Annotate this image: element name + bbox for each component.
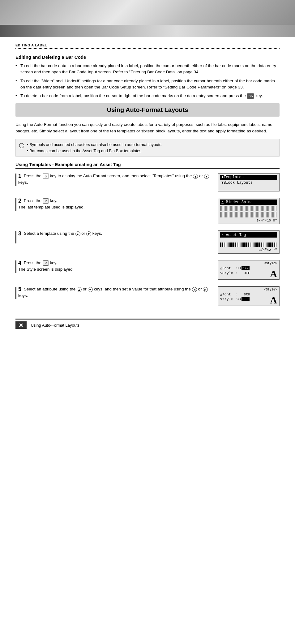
- section-label: EDITING A LABEL: [15, 43, 280, 47]
- bullet-3: To delete a bar code from a label, posit…: [15, 93, 280, 99]
- lcd-asset-title: △ Asset Tag: [220, 232, 277, 238]
- lcd-style1-row1: △Font :++HEL: [220, 266, 277, 270]
- down-arrow-5: ▼: [88, 287, 93, 292]
- lcd-binder: △ Binder Spine 3/4"×10.0": [218, 198, 280, 224]
- step-4-number: 4: [18, 260, 21, 266]
- lcd-style-2: <Style> △Font : BRU ▽Style :++BLD A: [218, 286, 280, 306]
- lcd-style2-header: <Style>: [220, 288, 277, 291]
- step-2-number: 2: [18, 198, 21, 204]
- step-2: 2 Press the ↵ key. The last template use…: [15, 198, 280, 224]
- step-4: 4 Press the ↵ key. The Style screen is d…: [15, 260, 280, 280]
- down-arrow-3: ▼: [86, 231, 91, 236]
- lcd-style2-row2: ▽Style :++BLD: [220, 297, 277, 301]
- lcd-asset: △ Asset Tag ···················· 3/4"×2.…: [218, 230, 280, 254]
- lcd-asset-dots: ····················: [220, 238, 277, 242]
- step-3-number: 3: [18, 230, 21, 237]
- step-3-text: Select a template using the ▲ or ▼ keys.: [24, 231, 102, 236]
- step-5-left: 5 Select an attribute using the ▲ or ▼ k…: [15, 286, 212, 299]
- step-1: 1 Press the ☼ key to display the Auto-Fo…: [15, 173, 280, 191]
- enter-key-4: ↵: [43, 260, 49, 266]
- step-5-content: 5 Select an attribute using the ▲ or ▼ k…: [18, 286, 212, 299]
- lcd-templates: ▲Templates ▼Block Layouts: [218, 173, 280, 191]
- step-5: 5 Select an attribute using the ▲ or ▼ k…: [15, 286, 280, 306]
- info-bullet-2: • Bar codes can be used in the Asset Tag…: [27, 148, 276, 154]
- step-2-text: Press the ↵ key. The last template used …: [18, 198, 85, 209]
- step-5-bar: [15, 287, 16, 299]
- step-1-text: Press the ☼ key to display the Auto-Form…: [18, 174, 209, 185]
- step-3: 3 Select a template using the ▲ or ▼ key…: [15, 230, 280, 254]
- step-3-bar: [15, 231, 16, 243]
- lcd-style-1: <Style> △Font :++HEL ▽Style : OFF A: [218, 260, 280, 280]
- lcd-style2-big-a: A: [270, 295, 277, 305]
- lcd-binder-pattern2: [220, 212, 277, 217]
- lcd-binder-title: △ Binder Spine: [220, 200, 277, 205]
- autoformat-key-icon: ☼: [43, 174, 49, 178]
- info-box: ◯ • Symbols and accented characters can …: [15, 139, 280, 157]
- lcd-style1-header: <Style>: [220, 262, 277, 265]
- step-4-bar: [15, 260, 16, 273]
- step-1-left: 1 Press the ☼ key to display the Auto-Fo…: [15, 173, 212, 186]
- page-content: EDITING A LABEL Editing and Deleting a B…: [0, 37, 295, 341]
- auto-format-heading: Using Auto-Format Layouts: [15, 103, 280, 117]
- step-4-text: Press the ↵ key. The Style screen is dis…: [18, 260, 74, 272]
- step-1-bar: [15, 174, 16, 186]
- header-banner: [0, 0, 295, 37]
- steps-container: 1 Press the ☼ key to display the Auto-Fo…: [15, 173, 280, 306]
- down-arrow-1: ▼: [204, 174, 209, 179]
- step-3-screen: △ Asset Tag ···················· 3/4"×2.…: [218, 230, 280, 254]
- step-2-bar: [15, 198, 16, 211]
- up-arrow-5: ▲: [77, 287, 82, 292]
- editing-bullets: To edit the bar code data in a bar code …: [15, 63, 280, 99]
- bs-key: BS: [247, 93, 254, 99]
- section-rule: [15, 48, 280, 49]
- step-1-content: 1 Press the ☼ key to display the Auto-Fo…: [18, 173, 212, 186]
- right-arrow-5: ►: [203, 287, 208, 292]
- step-2-content: 2 Press the ↵ key. The last template use…: [18, 198, 85, 210]
- lcd-style1-font-val: HEL: [242, 266, 250, 270]
- lcd-templates-selected: ▲Templates: [220, 175, 277, 180]
- footer-text: Using Auto-Format Layouts: [31, 323, 80, 328]
- editing-title: Editing and Deleting a Bar Code: [15, 54, 280, 60]
- step-4-content: 4 Press the ↵ key. The Style screen is d…: [18, 260, 74, 273]
- left-arrow-5: ◄: [192, 287, 197, 292]
- lcd-barcode: [220, 243, 277, 247]
- step-3-left: 3 Select a template using the ▲ or ▼ key…: [15, 230, 212, 243]
- lightbulb-icon: ◯: [19, 142, 24, 149]
- lcd-block-layouts: ▼Block Layouts: [220, 180, 277, 185]
- lcd-style1-big-a: A: [270, 269, 277, 279]
- step-4-screen: <Style> △Font :++HEL ▽Style : OFF A: [218, 260, 280, 280]
- bullet-1: To edit the bar code data in a bar code …: [15, 63, 280, 75]
- step-1-screen: ▲Templates ▼Block Layouts: [218, 173, 280, 191]
- lcd-style2-style-val: BLD: [242, 297, 250, 301]
- auto-format-section: Using Auto-Format Layouts Using the Auto…: [15, 103, 280, 306]
- up-arrow-1: ▲: [193, 174, 198, 179]
- step-5-number: 5: [18, 286, 21, 293]
- step-1-number: 1: [18, 173, 21, 179]
- lcd-style1-row2: ▽Style : OFF: [220, 271, 277, 275]
- bullet-2: To edit the "Width" and "Under#" setting…: [15, 78, 280, 91]
- sub-heading: Using Templates - Example creating an As…: [15, 162, 280, 169]
- auto-format-body: Using the Auto-Format function you can q…: [15, 122, 280, 135]
- info-bullet-1: • Symbols and accented characters can al…: [27, 142, 276, 148]
- step-4-left: 4 Press the ↵ key. The Style screen is d…: [15, 260, 212, 273]
- page-number: 36: [15, 321, 27, 329]
- step-3-content: 3 Select a template using the ▲ or ▼ key…: [18, 230, 102, 237]
- editing-section: EDITING A LABEL Editing and Deleting a B…: [15, 43, 280, 99]
- up-arrow-3: ▲: [75, 231, 80, 236]
- step-2-left: 2 Press the ↵ key. The last template use…: [15, 198, 212, 211]
- step-5-screen: <Style> △Font : BRU ▽Style :++BLD A: [218, 286, 280, 306]
- lcd-binder-dim: 3/4"×10.0": [220, 218, 277, 222]
- lcd-binder-pattern: [220, 206, 277, 211]
- step-5-text: Select an attribute using the ▲ or ▼ key…: [18, 287, 208, 298]
- lcd-asset-dim: 3/4"×2.7": [220, 247, 277, 252]
- lcd-style2-row1: △Font : BRU: [220, 292, 277, 296]
- page-footer: 36 Using Auto-Format Layouts: [15, 319, 280, 329]
- enter-key-2: ↵: [43, 198, 49, 204]
- step-2-screen: △ Binder Spine 3/4"×10.0": [218, 198, 280, 224]
